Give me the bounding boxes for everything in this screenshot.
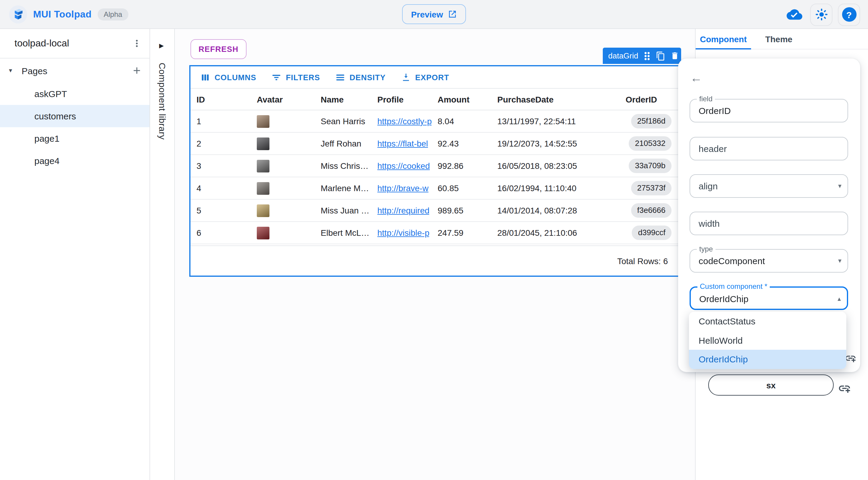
profile-link[interactable]: http://brave-w xyxy=(377,177,429,199)
add-page-icon[interactable] xyxy=(131,65,142,76)
avatar xyxy=(257,204,270,217)
cell-amount: 992.86 xyxy=(432,155,491,177)
cell-name: Jeff Rohan xyxy=(315,133,371,154)
sidebar-item-page1[interactable]: page1 xyxy=(0,127,150,150)
cell-order-id: 275373f xyxy=(621,177,680,199)
type-select-value: codeComponent xyxy=(699,250,765,272)
pages-section-row: ▼ Pages xyxy=(0,59,150,83)
type-select[interactable]: type codeComponent ▾ xyxy=(689,249,848,273)
header-input[interactable]: header xyxy=(689,137,848,160)
order-id-chip[interactable]: 2105332 xyxy=(629,136,672,151)
app-title: MUI Toolpad xyxy=(33,9,92,20)
add-binding-icon[interactable] xyxy=(844,352,857,364)
cell-avatar xyxy=(251,222,315,244)
tab-component[interactable]: Component xyxy=(695,29,751,49)
order-id-chip[interactable]: d399ccf xyxy=(632,226,672,240)
preview-button[interactable]: Preview xyxy=(402,4,466,24)
cell-id: 4 xyxy=(190,177,251,199)
chevron-down-icon: ▾ xyxy=(838,175,841,197)
cell-name: Miss Chris… xyxy=(315,155,371,177)
table-row[interactable]: 2 Jeff Rohan https://flat-bel 92.43 19/1… xyxy=(190,133,680,155)
theme-toggle-button[interactable] xyxy=(810,3,832,26)
grid-footer: Total Rows: 6 xyxy=(190,245,680,276)
custom-component-menu: ContactStatus HelloWorld OrderIdChip xyxy=(689,312,846,369)
sx-button[interactable]: sx xyxy=(708,374,834,396)
chevron-up-icon: ▴ xyxy=(838,288,841,310)
density-icon xyxy=(335,72,345,82)
custom-component-value: OrderIdChip xyxy=(699,288,748,310)
cell-purchase-date: 28/01/2045, 21:10:06 xyxy=(491,222,621,244)
tab-theme[interactable]: Theme xyxy=(751,29,807,49)
cell-amount: 92.43 xyxy=(432,133,491,154)
add-binding-icon[interactable] xyxy=(838,382,851,395)
density-label: DENSITY xyxy=(350,73,386,82)
sidebar-item-askgpt[interactable]: askGPT xyxy=(0,83,150,105)
export-label: EXPORT xyxy=(415,73,450,82)
col-header-id[interactable]: ID xyxy=(190,89,251,110)
table-row[interactable]: 3 Miss Chris… https://cooked 992.86 16/0… xyxy=(190,155,680,177)
cell-order-id: 33a709b xyxy=(621,155,680,177)
align-select[interactable]: align ▾ xyxy=(689,174,848,198)
menu-item-helloworld[interactable]: HelloWorld xyxy=(689,331,846,350)
col-header-amount[interactable]: Amount xyxy=(432,89,491,110)
header-input-label: header xyxy=(699,138,727,160)
cell-name: Miss Juan … xyxy=(315,200,371,221)
duplicate-icon[interactable] xyxy=(656,51,665,61)
cell-amount: 60.85 xyxy=(432,177,491,199)
expand-library-icon[interactable]: ▶ xyxy=(159,42,164,49)
avatar xyxy=(257,137,270,150)
data-grid[interactable]: COLUMNS FILTERS DE xyxy=(189,65,681,277)
cell-name: Sean Harris xyxy=(315,110,371,132)
order-id-chip[interactable]: 275373f xyxy=(631,181,672,196)
custom-component-select[interactable]: Custom component * OrderIdChip ▴ xyxy=(689,287,848,310)
export-button[interactable]: EXPORT xyxy=(397,70,453,85)
col-header-purchasedate[interactable]: PurchaseDate xyxy=(491,89,621,110)
col-header-profile[interactable]: Profile xyxy=(371,89,432,110)
collapse-caret-icon[interactable]: ▼ xyxy=(8,67,13,73)
profile-link[interactable]: http://required xyxy=(377,200,430,221)
cell-purchase-date: 13/11/1997, 22:54:11 xyxy=(491,110,621,132)
profile-link[interactable]: https://cooked xyxy=(377,155,430,177)
page-label: page1 xyxy=(34,133,59,144)
light-mode-icon xyxy=(815,8,828,21)
avatar xyxy=(257,182,270,194)
cell-avatar xyxy=(251,133,315,154)
component-library-label: Component library xyxy=(157,63,167,140)
toolpad-editor: MUI Toolpad Alpha Preview xyxy=(0,0,868,480)
menu-item-orderidchip[interactable]: OrderIdChip xyxy=(689,350,846,369)
order-id-chip[interactable]: f3e6666 xyxy=(631,203,672,218)
col-header-name[interactable]: Name xyxy=(315,89,371,110)
page-label: askGPT xyxy=(34,89,67,99)
col-header-orderid[interactable]: OrderID xyxy=(621,89,680,110)
table-row[interactable]: 1 Sean Harris https://costly-p 8.04 13/1… xyxy=(190,110,680,133)
cell-profile: http://brave-w xyxy=(371,177,432,199)
density-button[interactable]: DENSITY xyxy=(332,70,390,85)
table-row[interactable]: 6 Elbert McL… http://visible-p 247.59 28… xyxy=(190,222,680,244)
field-input[interactable]: field OrderID xyxy=(689,99,848,122)
project-menu-icon[interactable] xyxy=(131,38,142,49)
pages-sidebar: toolpad-local ▼ Pages askGPT customers p… xyxy=(0,29,150,480)
menu-item-contactstatus[interactable]: ContactStatus xyxy=(689,312,846,331)
drag-handle-icon[interactable] xyxy=(643,51,651,61)
profile-link[interactable]: http://visible-p xyxy=(377,222,430,244)
refresh-button[interactable]: REFRESH xyxy=(190,39,247,59)
order-id-chip[interactable]: 25f186d xyxy=(631,114,672,128)
col-header-avatar[interactable]: Avatar xyxy=(251,89,315,110)
profile-link[interactable]: https://costly-p xyxy=(377,110,432,132)
help-button[interactable]: ? xyxy=(838,3,860,26)
sidebar-item-page4[interactable]: page4 xyxy=(0,150,150,172)
pages-section-label: Pages xyxy=(22,65,131,76)
order-id-chip[interactable]: 33a709b xyxy=(629,158,672,173)
total-rows-label: Total Rows: 6 xyxy=(617,256,668,266)
cell-purchase-date: 16/02/1994, 11:10:40 xyxy=(491,177,621,199)
profile-link[interactable]: https://flat-bel xyxy=(377,133,428,154)
table-row[interactable]: 4 Marlene M… http://brave-w 60.85 16/02/… xyxy=(190,177,680,200)
selection-toolbar: dataGrid xyxy=(603,48,681,64)
back-arrow-icon[interactable]: ← xyxy=(690,72,702,84)
filters-button[interactable]: FILTERS xyxy=(268,70,323,85)
delete-icon[interactable] xyxy=(670,51,679,60)
width-input[interactable]: width xyxy=(689,212,848,235)
table-row[interactable]: 5 Miss Juan … http://required 989.65 14/… xyxy=(190,200,680,222)
sidebar-item-customers[interactable]: customers xyxy=(0,105,150,127)
columns-button[interactable]: COLUMNS xyxy=(196,70,260,85)
